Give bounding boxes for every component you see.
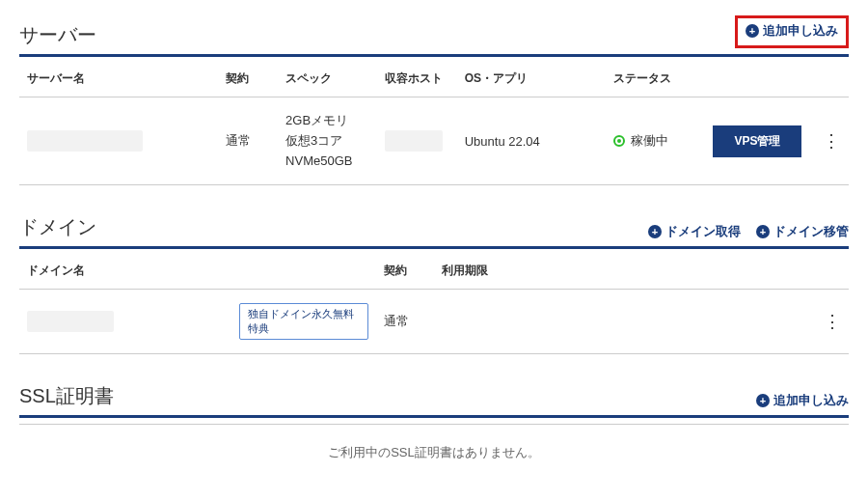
domain-row: 独自ドメイン永久無料特典 通常 ⋮	[19, 290, 849, 354]
domain-section: ドメイン + ドメイン取得 + ドメイン移管 ドメイン名 契約 利用期限	[19, 214, 849, 354]
server-status: 稼働中	[613, 132, 697, 150]
plus-icon: +	[648, 225, 662, 238]
col-domain-expiry: 利用期限	[434, 253, 816, 290]
col-server-contract: 契約	[218, 61, 278, 97]
server-contract: 通常	[218, 97, 278, 185]
ssl-title: SSL証明書	[19, 383, 114, 409]
col-server-os: OS・アプリ	[457, 61, 607, 97]
domain-contract: 通常	[376, 290, 434, 354]
domain-header-actions: + ドメイン取得 + ドメイン移管	[648, 223, 849, 240]
plus-icon: +	[756, 225, 770, 238]
add-ssl-link[interactable]: + 追加申し込み	[756, 392, 849, 409]
domain-free-badge: 独自ドメイン永久無料特典	[239, 303, 368, 340]
plus-icon: +	[746, 24, 759, 38]
server-header-actions: + 追加申し込み	[741, 15, 849, 48]
ssl-header-actions: + 追加申し込み	[756, 392, 849, 409]
vps-manage-button[interactable]: VPS管理	[713, 125, 801, 157]
domain-header: ドメイン + ドメイン取得 + ドメイン移管	[19, 214, 849, 249]
domain-transfer-label: ドメイン移管	[773, 223, 849, 240]
server-spec: 2GBメモリ 仮想3コア NVMe50GB	[285, 111, 369, 171]
server-name-redacted	[27, 130, 143, 152]
col-server-spec: スペック	[278, 61, 377, 97]
col-server-status: ステータス	[606, 61, 705, 97]
add-server-label: 追加申し込み	[763, 22, 838, 40]
col-domain-name: ドメイン名	[19, 253, 231, 290]
domain-name-redacted	[27, 311, 114, 332]
domain-title: ドメイン	[19, 214, 96, 240]
ssl-empty-message: ご利用中のSSL証明書はありません。	[19, 424, 849, 461]
domain-transfer-link[interactable]: + ドメイン移管	[756, 223, 849, 240]
highlight-add-server: + 追加申し込み	[735, 15, 849, 48]
add-ssl-label: 追加申し込み	[773, 392, 849, 409]
plus-icon: +	[756, 394, 770, 407]
server-os: Ubuntu 22.04	[457, 97, 607, 185]
server-host-redacted	[385, 130, 443, 152]
status-running-icon	[613, 135, 625, 147]
col-server-host: 収容ホスト	[377, 61, 456, 97]
col-server-name: サーバー名	[19, 61, 218, 97]
domain-get-link[interactable]: + ドメイン取得	[648, 223, 741, 240]
server-section: サーバー + 追加申し込み サーバー名 契約 スペック 収容ホスト OS・アプリ…	[19, 15, 849, 185]
server-title: サーバー	[19, 22, 96, 48]
add-server-link[interactable]: + 追加申し込み	[746, 22, 838, 40]
ssl-section: SSL証明書 + 追加申し込み ご利用中のSSL証明書はありません。	[19, 383, 849, 461]
server-table: サーバー名 契約 スペック 収容ホスト OS・アプリ ステータス 通常 2GBメ…	[19, 61, 849, 185]
server-row-menu-icon[interactable]: ⋮	[823, 132, 841, 150]
domain-table: ドメイン名 契約 利用期限 独自ドメイン永久無料特典 通常 ⋮	[19, 253, 849, 354]
server-header: サーバー + 追加申し込み	[19, 15, 849, 57]
col-domain-contract: 契約	[376, 253, 434, 290]
server-row: 通常 2GBメモリ 仮想3コア NVMe50GB Ubuntu 22.04 稼働…	[19, 97, 849, 185]
domain-get-label: ドメイン取得	[665, 223, 741, 240]
domain-row-menu-icon[interactable]: ⋮	[824, 313, 841, 330]
ssl-header: SSL証明書 + 追加申し込み	[19, 383, 849, 418]
